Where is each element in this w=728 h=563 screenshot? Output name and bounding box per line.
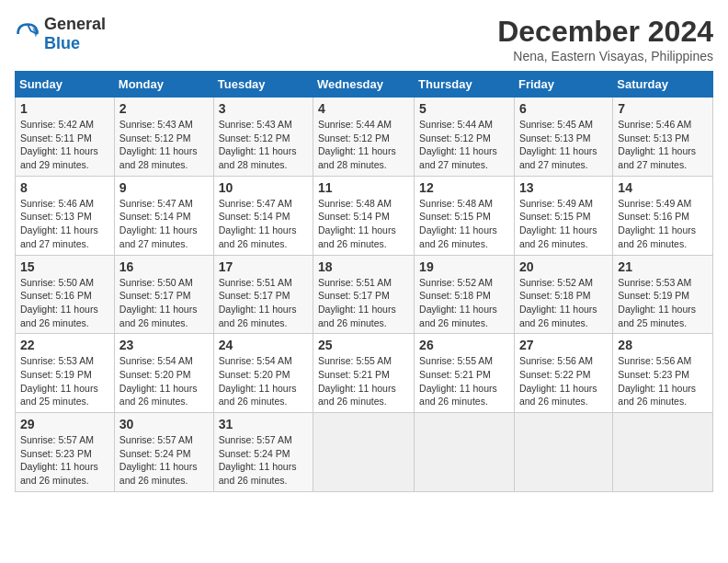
day-info: Sunrise: 5:55 AM Sunset: 5:21 PM Dayligh… <box>318 354 409 408</box>
table-row: 10Sunrise: 5:47 AM Sunset: 5:14 PM Dayli… <box>213 176 313 255</box>
day-number: 15 <box>20 259 109 274</box>
table-row: 3Sunrise: 5:43 AM Sunset: 5:12 PM Daylig… <box>213 98 313 177</box>
table-row: 19Sunrise: 5:52 AM Sunset: 5:18 PM Dayli… <box>415 255 515 334</box>
table-row <box>415 413 515 492</box>
table-row: 11Sunrise: 5:48 AM Sunset: 5:14 PM Dayli… <box>313 176 415 255</box>
day-info: Sunrise: 5:44 AM Sunset: 5:12 PM Dayligh… <box>419 118 509 172</box>
day-number: 11 <box>318 180 409 195</box>
day-info: Sunrise: 5:44 AM Sunset: 5:12 PM Dayligh… <box>318 118 409 172</box>
table-row: 12Sunrise: 5:48 AM Sunset: 5:15 PM Dayli… <box>415 176 515 255</box>
col-thursday: Thursday <box>415 72 515 98</box>
table-row: 30Sunrise: 5:57 AM Sunset: 5:24 PM Dayli… <box>114 413 213 492</box>
day-info: Sunrise: 5:46 AM Sunset: 5:13 PM Dayligh… <box>20 197 109 251</box>
day-info: Sunrise: 5:42 AM Sunset: 5:11 PM Dayligh… <box>20 118 109 172</box>
logo: General Blue <box>15 15 106 53</box>
calendar-header-row: Sunday Monday Tuesday Wednesday Thursday… <box>16 72 713 98</box>
day-info: Sunrise: 5:56 AM Sunset: 5:23 PM Dayligh… <box>618 354 708 408</box>
calendar-week-row: 8Sunrise: 5:46 AM Sunset: 5:13 PM Daylig… <box>16 176 713 255</box>
table-row: 29Sunrise: 5:57 AM Sunset: 5:23 PM Dayli… <box>16 413 115 492</box>
day-number: 10 <box>219 180 308 195</box>
day-info: Sunrise: 5:51 AM Sunset: 5:17 PM Dayligh… <box>219 276 308 330</box>
col-sunday: Sunday <box>16 72 115 98</box>
logo-icon <box>15 21 40 47</box>
day-number: 2 <box>119 101 209 116</box>
table-row: 27Sunrise: 5:56 AM Sunset: 5:22 PM Dayli… <box>514 334 612 413</box>
day-number: 16 <box>119 259 209 274</box>
table-row: 14Sunrise: 5:49 AM Sunset: 5:16 PM Dayli… <box>613 176 713 255</box>
day-info: Sunrise: 5:47 AM Sunset: 5:14 PM Dayligh… <box>219 197 308 251</box>
day-number: 9 <box>119 180 209 195</box>
day-info: Sunrise: 5:55 AM Sunset: 5:21 PM Dayligh… <box>419 354 509 408</box>
col-tuesday: Tuesday <box>213 72 313 98</box>
day-number: 1 <box>20 101 109 116</box>
table-row <box>313 413 415 492</box>
day-info: Sunrise: 5:50 AM Sunset: 5:17 PM Dayligh… <box>119 276 209 330</box>
day-number: 22 <box>20 338 109 352</box>
table-row: 25Sunrise: 5:55 AM Sunset: 5:21 PM Dayli… <box>313 334 415 413</box>
table-row: 22Sunrise: 5:53 AM Sunset: 5:19 PM Dayli… <box>16 334 115 413</box>
day-number: 4 <box>318 101 409 116</box>
day-info: Sunrise: 5:49 AM Sunset: 5:15 PM Dayligh… <box>519 197 608 251</box>
day-number: 28 <box>618 338 708 352</box>
col-wednesday: Wednesday <box>313 72 415 98</box>
day-number: 5 <box>419 101 509 116</box>
location-subtitle: Nena, Eastern Visayas, Philippines <box>497 49 713 63</box>
day-number: 30 <box>119 417 209 431</box>
day-info: Sunrise: 5:49 AM Sunset: 5:16 PM Dayligh… <box>618 197 708 251</box>
day-number: 29 <box>20 417 109 431</box>
day-number: 7 <box>618 101 708 116</box>
table-row <box>514 413 612 492</box>
table-row: 18Sunrise: 5:51 AM Sunset: 5:17 PM Dayli… <box>313 255 415 334</box>
day-number: 23 <box>119 338 209 352</box>
day-info: Sunrise: 5:57 AM Sunset: 5:23 PM Dayligh… <box>20 433 109 488</box>
table-row: 21Sunrise: 5:53 AM Sunset: 5:19 PM Dayli… <box>613 255 713 334</box>
table-row: 20Sunrise: 5:52 AM Sunset: 5:18 PM Dayli… <box>514 255 612 334</box>
day-info: Sunrise: 5:45 AM Sunset: 5:13 PM Dayligh… <box>519 118 608 172</box>
day-info: Sunrise: 5:43 AM Sunset: 5:12 PM Dayligh… <box>119 118 209 172</box>
col-monday: Monday <box>114 72 213 98</box>
day-number: 14 <box>618 180 708 195</box>
table-row: 24Sunrise: 5:54 AM Sunset: 5:20 PM Dayli… <box>213 334 313 413</box>
day-info: Sunrise: 5:57 AM Sunset: 5:24 PM Dayligh… <box>219 433 308 488</box>
table-row: 6Sunrise: 5:45 AM Sunset: 5:13 PM Daylig… <box>514 98 612 177</box>
col-friday: Friday <box>514 72 612 98</box>
table-row: 4Sunrise: 5:44 AM Sunset: 5:12 PM Daylig… <box>313 98 415 177</box>
day-info: Sunrise: 5:53 AM Sunset: 5:19 PM Dayligh… <box>20 354 109 408</box>
day-number: 19 <box>419 259 509 274</box>
calendar-week-row: 15Sunrise: 5:50 AM Sunset: 5:16 PM Dayli… <box>16 255 713 334</box>
table-row: 28Sunrise: 5:56 AM Sunset: 5:23 PM Dayli… <box>613 334 713 413</box>
day-number: 27 <box>519 338 608 352</box>
day-number: 17 <box>219 259 308 274</box>
day-info: Sunrise: 5:56 AM Sunset: 5:22 PM Dayligh… <box>519 354 608 408</box>
day-info: Sunrise: 5:46 AM Sunset: 5:13 PM Dayligh… <box>618 118 708 172</box>
table-row: 17Sunrise: 5:51 AM Sunset: 5:17 PM Dayli… <box>213 255 313 334</box>
month-title: December 2024 <box>497 15 713 49</box>
calendar-week-row: 1Sunrise: 5:42 AM Sunset: 5:11 PM Daylig… <box>16 98 713 177</box>
day-info: Sunrise: 5:47 AM Sunset: 5:14 PM Dayligh… <box>119 197 209 251</box>
table-row: 13Sunrise: 5:49 AM Sunset: 5:15 PM Dayli… <box>514 176 612 255</box>
day-info: Sunrise: 5:54 AM Sunset: 5:20 PM Dayligh… <box>219 354 308 408</box>
col-saturday: Saturday <box>613 72 713 98</box>
calendar-week-row: 22Sunrise: 5:53 AM Sunset: 5:19 PM Dayli… <box>16 334 713 413</box>
table-row: 7Sunrise: 5:46 AM Sunset: 5:13 PM Daylig… <box>613 98 713 177</box>
day-number: 26 <box>419 338 509 352</box>
table-row: 2Sunrise: 5:43 AM Sunset: 5:12 PM Daylig… <box>114 98 213 177</box>
day-info: Sunrise: 5:50 AM Sunset: 5:16 PM Dayligh… <box>20 276 109 330</box>
day-info: Sunrise: 5:57 AM Sunset: 5:24 PM Dayligh… <box>119 433 209 488</box>
table-row: 15Sunrise: 5:50 AM Sunset: 5:16 PM Dayli… <box>16 255 115 334</box>
table-row: 9Sunrise: 5:47 AM Sunset: 5:14 PM Daylig… <box>114 176 213 255</box>
calendar-table: Sunday Monday Tuesday Wednesday Thursday… <box>15 71 713 492</box>
day-number: 8 <box>20 180 109 195</box>
day-info: Sunrise: 5:43 AM Sunset: 5:12 PM Dayligh… <box>219 118 308 172</box>
day-number: 13 <box>519 180 608 195</box>
day-number: 31 <box>219 417 308 431</box>
day-number: 20 <box>519 259 608 274</box>
day-info: Sunrise: 5:51 AM Sunset: 5:17 PM Dayligh… <box>318 276 409 330</box>
day-number: 6 <box>519 101 608 116</box>
day-number: 12 <box>419 180 509 195</box>
day-info: Sunrise: 5:54 AM Sunset: 5:20 PM Dayligh… <box>119 354 209 408</box>
calendar-week-row: 29Sunrise: 5:57 AM Sunset: 5:23 PM Dayli… <box>16 413 713 492</box>
day-number: 25 <box>318 338 409 352</box>
table-row: 16Sunrise: 5:50 AM Sunset: 5:17 PM Dayli… <box>114 255 213 334</box>
day-info: Sunrise: 5:48 AM Sunset: 5:15 PM Dayligh… <box>419 197 509 251</box>
